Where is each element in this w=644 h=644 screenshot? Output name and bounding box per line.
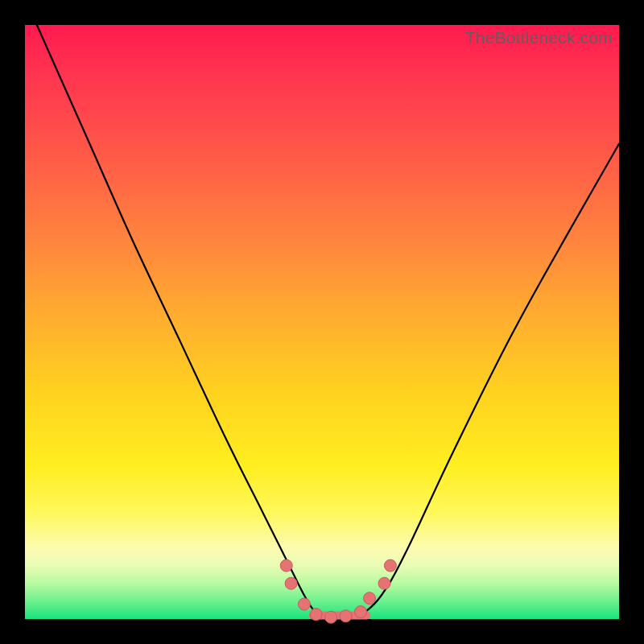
marker-point <box>340 610 352 622</box>
curve-group <box>37 25 619 623</box>
bottleneck-chart-svg <box>25 25 619 619</box>
marker-point <box>355 606 367 618</box>
marker-point <box>310 609 322 621</box>
marker-point <box>384 559 396 572</box>
bottleneck-curve <box>37 25 619 620</box>
marker-point <box>280 559 292 572</box>
marker-point <box>285 577 297 589</box>
marker-point <box>298 598 310 610</box>
plot-area: TheBottleneck.com <box>25 25 619 619</box>
marker-point <box>364 592 376 605</box>
chart-frame: TheBottleneck.com <box>0 0 644 644</box>
marker-point <box>325 611 337 623</box>
marker-point <box>378 577 390 589</box>
